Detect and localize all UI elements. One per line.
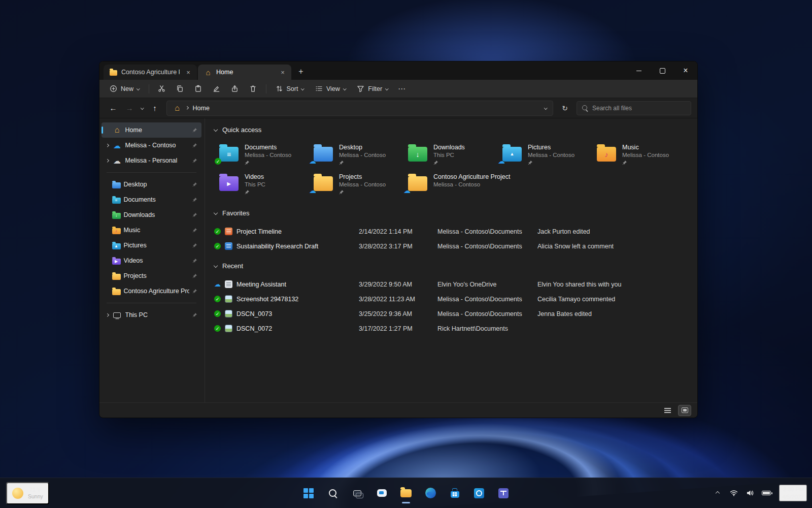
see-more-button[interactable] bbox=[394, 81, 410, 97]
paste-button[interactable] bbox=[190, 81, 207, 97]
sidebar-item[interactable]: Home bbox=[101, 122, 201, 138]
cloud-status-icon bbox=[309, 157, 316, 165]
pin-icon bbox=[192, 143, 197, 148]
quick-access-tile[interactable]: Contoso Agriculture Project Melissa - Co… bbox=[403, 170, 497, 198]
sidebar-item[interactable]: Melissa - Personal bbox=[101, 153, 201, 168]
expand-chevron-icon[interactable] bbox=[106, 159, 109, 162]
explorer-tab[interactable]: Home bbox=[198, 65, 291, 80]
search-input[interactable] bbox=[592, 105, 686, 112]
new-tab-button[interactable] bbox=[294, 65, 308, 78]
close-button[interactable] bbox=[674, 61, 697, 80]
sidebar-item[interactable]: Downloads bbox=[101, 207, 201, 223]
file-row[interactable]: Project Timeline 2/14/2022 1:14 PM Melis… bbox=[214, 224, 690, 239]
file-row[interactable]: Sustainability Research Draft 3/28/2022 … bbox=[214, 239, 690, 253]
forward-button[interactable] bbox=[122, 101, 137, 115]
quick-access-header[interactable]: Quick access bbox=[214, 122, 690, 137]
sidebar-item[interactable]: This PC bbox=[101, 307, 201, 323]
sidebar-item[interactable]: Projects bbox=[101, 268, 201, 283]
file-row[interactable]: Meeting Assistant 3/29/2022 9:50 AM Elvi… bbox=[214, 277, 690, 292]
quick-access-tile[interactable]: Music Melissa - Contoso bbox=[592, 141, 686, 168]
hidden-icons-button[interactable] bbox=[712, 486, 723, 501]
outlook-button[interactable] bbox=[469, 482, 489, 504]
sidebar-item[interactable]: Desktop bbox=[101, 177, 201, 192]
file-row[interactable]: DSCN_0072 3/17/2022 1:27 PM Rick Hartnet… bbox=[214, 321, 690, 336]
large-thumbnails-view-button[interactable] bbox=[678, 405, 691, 416]
file-explorer-button[interactable] bbox=[396, 482, 416, 504]
collapse-chevron-icon[interactable] bbox=[214, 128, 218, 132]
delete-button[interactable] bbox=[245, 81, 262, 97]
collapse-chevron-icon[interactable] bbox=[214, 211, 218, 215]
battery-button[interactable] bbox=[761, 486, 772, 501]
expand-chevron-icon[interactable] bbox=[106, 313, 109, 316]
maximize-button[interactable] bbox=[651, 61, 674, 80]
sidebar-item[interactable]: Videos bbox=[101, 253, 201, 268]
quick-access-tile[interactable]: Documents Melissa - Contoso bbox=[214, 141, 309, 168]
filter-button[interactable]: Filter bbox=[352, 81, 393, 97]
new-button[interactable]: New bbox=[105, 81, 145, 97]
activity-text: Elvin Yoo shared this with you bbox=[537, 281, 690, 288]
address-breadcrumb-bar[interactable]: Home bbox=[166, 101, 553, 116]
store-button[interactable] bbox=[445, 482, 465, 504]
quick-access-tile[interactable]: Pictures Melissa - Contoso bbox=[497, 141, 592, 168]
volume-button[interactable] bbox=[745, 486, 756, 501]
file-row[interactable]: DSCN_0073 3/25/2022 9:36 AM Melissa - Co… bbox=[214, 306, 690, 321]
collapse-chevron-icon[interactable] bbox=[214, 264, 218, 268]
breadcrumb[interactable]: Home bbox=[193, 105, 210, 112]
sort-icon bbox=[276, 85, 283, 92]
minimize-button[interactable] bbox=[627, 61, 651, 80]
search-taskbar-button[interactable] bbox=[323, 482, 343, 504]
refresh-button[interactable] bbox=[557, 101, 572, 115]
share-button[interactable] bbox=[226, 81, 244, 97]
pin-icon bbox=[192, 289, 197, 294]
quick-access-tile[interactable]: Videos This PC bbox=[214, 170, 309, 198]
sidebar-item[interactable]: Contoso Agriculture Project bbox=[101, 283, 201, 299]
task-view-button[interactable] bbox=[347, 482, 367, 504]
cut-button[interactable] bbox=[153, 81, 171, 97]
rename-button[interactable] bbox=[208, 81, 225, 97]
quick-access-tile[interactable]: Desktop Melissa - Contoso bbox=[309, 141, 403, 168]
pin-icon bbox=[192, 197, 197, 202]
sidebar-item[interactable]: Melissa - Contoso bbox=[101, 138, 201, 153]
weather-widget[interactable]: 71°F Sunny bbox=[6, 482, 49, 504]
up-button[interactable] bbox=[147, 101, 162, 115]
wifi-button[interactable] bbox=[728, 486, 739, 501]
file-icon bbox=[225, 228, 232, 235]
folder-glyph bbox=[597, 147, 616, 162]
chat-icon bbox=[377, 489, 387, 497]
teams-button[interactable] bbox=[493, 482, 514, 504]
quick-access-tile[interactable]: Projects Melissa - Contoso bbox=[309, 170, 403, 198]
sidebar-item[interactable]: Pictures bbox=[101, 238, 201, 253]
back-button[interactable] bbox=[106, 101, 121, 115]
folder-icon bbox=[314, 176, 333, 193]
details-view-button[interactable] bbox=[661, 405, 674, 416]
start-button[interactable] bbox=[298, 482, 319, 504]
tab-close-icon[interactable] bbox=[278, 68, 287, 77]
file-icon bbox=[225, 325, 232, 332]
recent-locations-button[interactable] bbox=[138, 101, 146, 115]
file-name: Project Timeline bbox=[236, 228, 282, 235]
expand-chevron-icon[interactable] bbox=[106, 144, 109, 147]
edge-button[interactable] bbox=[420, 482, 441, 504]
clock[interactable]: 2:30 PM 4/5/2022 bbox=[779, 485, 807, 501]
file-icon bbox=[225, 280, 232, 288]
chat-button[interactable] bbox=[371, 482, 392, 504]
favorites-header[interactable]: Favorites bbox=[214, 206, 690, 220]
recent-header[interactable]: Recent bbox=[214, 259, 690, 273]
file-row[interactable]: Screenshot 29478132 3/28/2022 11:23 AM M… bbox=[214, 292, 690, 306]
tab-icon bbox=[204, 69, 212, 76]
pin-icon bbox=[192, 158, 197, 163]
sidebar-item[interactable]: Music bbox=[101, 223, 201, 238]
explorer-tab[interactable]: Contoso Agriculture Project bbox=[104, 65, 197, 80]
sun-icon bbox=[12, 488, 23, 499]
copy-button[interactable] bbox=[172, 81, 189, 97]
view-button[interactable]: View bbox=[310, 81, 351, 97]
sort-button[interactable]: Sort bbox=[270, 81, 309, 97]
date-modified: 2/14/2022 1:14 PM bbox=[359, 228, 437, 235]
address-dropdown-chevron[interactable] bbox=[544, 106, 547, 109]
filter-button-label: Filter bbox=[368, 85, 382, 92]
search-box[interactable] bbox=[577, 101, 691, 115]
quick-access-tile[interactable]: Downloads This PC bbox=[403, 141, 497, 168]
tab-close-icon[interactable] bbox=[184, 68, 193, 77]
sidebar-item[interactable]: Documents bbox=[101, 192, 201, 207]
tile-name: Desktop bbox=[339, 144, 386, 151]
